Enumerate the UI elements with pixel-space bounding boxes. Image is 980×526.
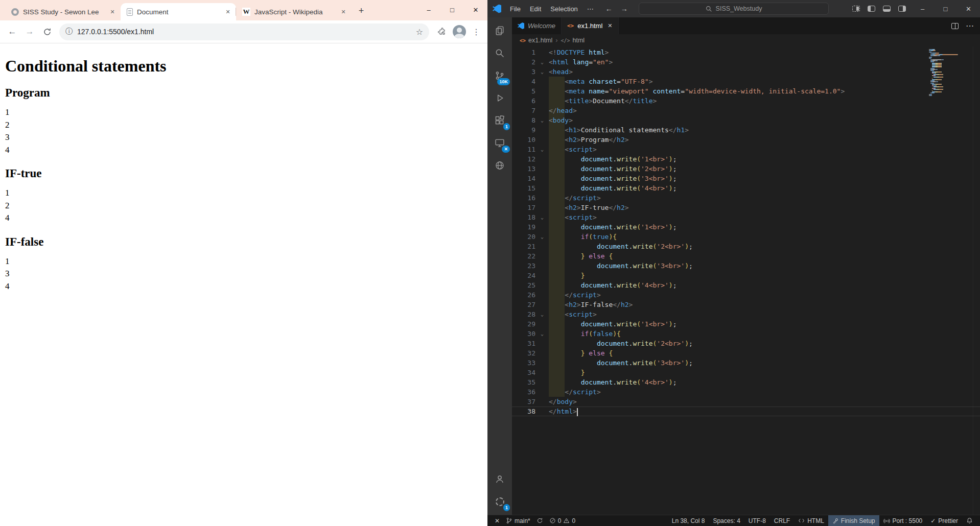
new-tab-button[interactable]: + xyxy=(354,3,369,18)
tab-close-icon[interactable]: ✕ xyxy=(224,8,232,16)
code-line[interactable]: 13 document.write('2<br>'); xyxy=(512,164,980,174)
editor-scrollbar[interactable] xyxy=(973,46,980,515)
status-item-finish-setup[interactable]: Finish Setup xyxy=(828,515,879,526)
code-line[interactable]: 32 } else { xyxy=(512,348,980,358)
code-line[interactable]: 26 </script> xyxy=(512,290,980,300)
menu-file[interactable]: File xyxy=(505,3,525,15)
browser-close-button[interactable]: ✕ xyxy=(464,0,487,19)
code-line[interactable]: 31 document.write('2<br>'); xyxy=(512,339,980,348)
code-line[interactable]: 38</html> xyxy=(512,407,980,416)
code-line[interactable]: 5 <meta name="viewport" content="width=d… xyxy=(512,86,980,96)
code-line[interactable]: 22 } else { xyxy=(512,251,980,261)
toggle-secondary-sidebar-icon[interactable] xyxy=(898,6,906,12)
code-line[interactable]: 27 <h2>IF-false</h2> xyxy=(512,300,980,309)
status-item-spaces-4[interactable]: Spaces: 4 xyxy=(709,515,744,526)
problems-item[interactable]: 0 0 xyxy=(546,517,578,524)
back-button[interactable]: ← xyxy=(4,23,20,40)
code-line[interactable]: 16 </script> xyxy=(512,193,980,203)
address-url[interactable]: 127.0.0.1:5500/ex1.html xyxy=(77,28,411,36)
code-line[interactable]: 19 document.write('1<br>'); xyxy=(512,222,980,232)
code-line[interactable]: 11⌄ <script> xyxy=(512,145,980,154)
bookmark-star-icon[interactable]: ☆ xyxy=(416,27,423,37)
code-line[interactable]: 10 <h2>Program</h2> xyxy=(512,135,980,145)
breadcrumb-item[interactable]: <>ex1.html xyxy=(520,37,552,44)
code-line[interactable]: 23 document.write('3<br>'); xyxy=(512,261,980,271)
status-item-prettier[interactable]: ✓Prettier xyxy=(926,515,962,526)
code-line[interactable]: 18⌄ <script> xyxy=(512,212,980,222)
code-line[interactable]: 6 <title>Document</title> xyxy=(512,96,980,106)
account-icon[interactable] xyxy=(487,468,512,490)
code-line[interactable]: 8⌄<body> xyxy=(512,115,980,125)
fold-chevron-icon[interactable]: ⌄ xyxy=(535,309,549,319)
run-debug-icon[interactable] xyxy=(487,87,512,109)
fold-chevron-icon[interactable]: ⌄ xyxy=(535,115,549,125)
browser-menu-button[interactable]: ⋮ xyxy=(469,27,483,37)
remote-indicator[interactable]: ✕ xyxy=(492,517,503,524)
code-editor[interactable]: 1<!DOCTYPE html>2⌄<html lang="en">3⌄<hea… xyxy=(512,46,980,515)
site-info-icon[interactable]: ⓘ xyxy=(65,27,73,36)
fold-chevron-icon[interactable]: ⌄ xyxy=(535,329,549,339)
reload-button[interactable] xyxy=(39,23,55,40)
extensions-puzzle-icon[interactable] xyxy=(433,23,450,40)
tab-close-icon[interactable]: ✕ xyxy=(108,8,116,16)
split-editor-icon[interactable] xyxy=(951,23,959,29)
code-line[interactable]: 9 <h1>Conditional statements</h1> xyxy=(512,125,980,135)
minimap[interactable] xyxy=(929,49,971,97)
tab-close-icon[interactable]: ✕ xyxy=(339,8,347,16)
editor-more-actions-icon[interactable]: ⋯ xyxy=(966,21,974,31)
status-item-ln-38-col-8[interactable]: Ln 38, Col 8 xyxy=(668,515,709,526)
toggle-sidebar-icon[interactable] xyxy=(868,6,875,12)
profile-avatar[interactable] xyxy=(453,25,466,38)
fold-chevron-icon[interactable]: ⌄ xyxy=(535,232,549,242)
code-line[interactable]: 30⌄ if(false){ xyxy=(512,329,980,339)
code-line[interactable]: 3⌄<head> xyxy=(512,67,980,77)
customize-layout-icon[interactable] xyxy=(852,6,860,12)
code-line[interactable]: 24 } xyxy=(512,271,980,280)
explorer-icon[interactable] xyxy=(487,19,512,42)
command-center-search[interactable]: SISS_Webstudy xyxy=(639,3,829,15)
editor-tab-ex1.html[interactable]: <>ex1.html✕ xyxy=(562,17,619,34)
browser-tab[interactable]: WJavaScript - Wikipedia✕ xyxy=(236,3,352,20)
code-line[interactable]: 36 </script> xyxy=(512,387,980,397)
code-line[interactable]: 14 document.write('3<br>'); xyxy=(512,174,980,183)
breadcrumb-item[interactable]: </>html xyxy=(561,37,585,44)
address-bar[interactable]: ⓘ 127.0.0.1:5500/ex1.html ☆ xyxy=(59,23,429,40)
git-branch-item[interactable]: main* xyxy=(503,517,533,524)
status-item-html[interactable]: HTML xyxy=(794,515,828,526)
toggle-panel-icon[interactable] xyxy=(883,6,891,12)
menu-more[interactable]: ⋯ xyxy=(582,3,598,15)
browser-tab[interactable]: Document✕ xyxy=(121,3,236,20)
menu-edit[interactable]: Edit xyxy=(525,3,546,15)
tab-close-icon[interactable]: ✕ xyxy=(608,22,612,29)
vscode-close-button[interactable]: ✕ xyxy=(957,0,980,17)
status-item-crlf[interactable]: CRLF xyxy=(770,515,794,526)
code-line[interactable]: 25 document.write('4<br>'); xyxy=(512,280,980,290)
notifications-bell-icon[interactable] xyxy=(962,515,977,526)
code-line[interactable]: 37</body> xyxy=(512,397,980,407)
forward-button[interactable]: → xyxy=(21,23,38,40)
code-line[interactable]: 2⌄<html lang="en"> xyxy=(512,57,980,67)
code-line[interactable]: 34 } xyxy=(512,368,980,377)
code-line[interactable]: 20⌄ if(true){ xyxy=(512,232,980,242)
browser-minimize-button[interactable]: – xyxy=(417,0,440,19)
code-line[interactable]: 21 document.write('2<br>'); xyxy=(512,242,980,251)
live-server-globe-icon[interactable] xyxy=(487,154,512,177)
sync-changes-item[interactable] xyxy=(533,517,546,524)
settings-gear-icon[interactable]: 1 xyxy=(487,490,512,513)
code-line[interactable]: 28⌄ <script> xyxy=(512,309,980,319)
browser-maximize-button[interactable]: □ xyxy=(440,0,464,19)
code-line[interactable]: 17 <h2>IF-true</h2> xyxy=(512,203,980,212)
fold-chevron-icon[interactable]: ⌄ xyxy=(535,67,549,77)
fold-chevron-icon[interactable]: ⌄ xyxy=(535,57,549,67)
editor-tab-welcome[interactable]: Welcome xyxy=(512,17,562,34)
remote-explorer-icon[interactable]: ✕ xyxy=(487,132,512,154)
code-line[interactable]: 33 document.write('3<br>'); xyxy=(512,358,980,368)
browser-tab[interactable]: SISS Study - Sewon Lee✕ xyxy=(5,3,121,20)
code-line[interactable]: 15 document.write('4<br>'); xyxy=(512,183,980,193)
code-line[interactable]: 29 document.write('1<br>'); xyxy=(512,319,980,329)
source-control-icon[interactable]: 10K xyxy=(487,64,512,87)
search-sidebar-icon[interactable] xyxy=(487,42,512,64)
vscode-minimize-button[interactable]: – xyxy=(911,0,934,17)
code-line[interactable]: 1<!DOCTYPE html> xyxy=(512,47,980,57)
fold-chevron-icon[interactable]: ⌄ xyxy=(535,145,549,154)
